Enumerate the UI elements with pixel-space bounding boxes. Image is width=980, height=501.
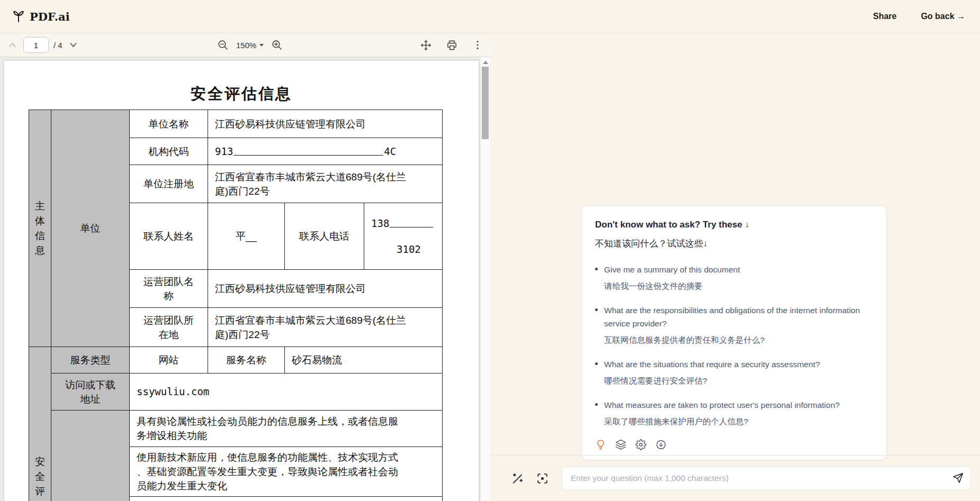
table-cell-service-type-value: 网站: [130, 347, 208, 374]
scrollbar-thumb[interactable]: [482, 67, 489, 139]
bullet-icon: [595, 308, 598, 311]
message-action-icons: [595, 439, 873, 450]
more-options-button[interactable]: [471, 38, 484, 52]
lightbulb-button[interactable]: [595, 439, 606, 450]
assessment-table: 主体信息 单位 单位名称 江西砂易科技供应链管理有限公司 机构代码 9134C …: [29, 110, 443, 501]
table-group-subject-info: 主体信息: [29, 110, 51, 347]
table-cell-service-name-label: 服务名称: [208, 347, 285, 374]
viewer-scrollbar[interactable]: [480, 57, 490, 501]
page-dropdown-chevron-icon[interactable]: [67, 40, 79, 50]
page-number-input[interactable]: [23, 37, 49, 53]
pdf-viewer-panel: / 4 150%: [0, 33, 490, 501]
zoom-level-dropdown[interactable]: 150%: [236, 41, 264, 50]
top-header: PDF.ai Share Go back →: [0, 0, 980, 33]
page-total-label: / 4: [53, 41, 62, 50]
pdf-page: 安全评估信息 主体信息 单位 单位名称 江西砂易科技供应链管理有限公司 机构代码…: [4, 61, 479, 501]
zoom-caret-icon: [259, 44, 264, 47]
table-cell-ops-team-name-value: 江西砂易科技供应链管理有限公司: [208, 270, 443, 308]
question-input[interactable]: [562, 467, 970, 490]
table-cell-reg-address-label: 单位注册地: [130, 165, 208, 203]
table-cell-ops-team-loc-label: 运营团队所 在地: [130, 308, 208, 347]
table-cell-service-type-label: 服务类型: [51, 347, 130, 374]
table-cell-unit-header: 单位: [51, 110, 130, 347]
bullet-icon: [595, 403, 598, 406]
table-group-security-assessment: 安全评估: [29, 347, 51, 501]
send-button[interactable]: [952, 472, 964, 484]
table-cell-access-url-value: ssywuliu.com: [130, 374, 443, 411]
suggestion-item[interactable]: What measures are taken to protect user'…: [595, 398, 873, 427]
bullet-icon: [595, 362, 598, 365]
table-cell-ops-team-loc-value: 江西省宜春市丰城市紫云大道689号(名仕兰 庭)西门22号: [208, 308, 443, 347]
table-cell-contact-phone-value: 138 3102: [364, 203, 443, 270]
table-cell-service-name-value: 砂石易物流: [285, 347, 443, 374]
table-cell-contact-phone-label: 联系人电话: [285, 203, 364, 270]
table-cell-org-code-label: 机构代码: [130, 138, 208, 165]
brand-name: PDF.ai: [30, 10, 70, 23]
suggestion-text-zh[interactable]: 哪些情况需要进行安全评估?: [604, 375, 820, 387]
zoom-level-value: 150%: [236, 41, 256, 50]
table-cell-situation-2: 使用新技术新应用，使信息服务的功能属性、技术实现方式 、基础资源配置等发生重大变…: [130, 447, 443, 497]
magic-wand-button[interactable]: [511, 472, 524, 485]
focus-scan-button[interactable]: [536, 472, 549, 485]
suggestions-heading-zh: 不知道该问什么？试试这些↓: [595, 238, 873, 250]
zoom-in-button[interactable]: [270, 38, 284, 52]
scroll-up-arrow-icon[interactable]: [483, 61, 488, 64]
redaction-line: [390, 220, 433, 227]
table-cell-unit-name-value: 江西砂易科技供应链管理有限公司: [208, 110, 443, 138]
table-cell-reg-address-value: 江西省宜春市丰城市紫云大道689号(名仕兰 庭)西门22号: [208, 165, 443, 203]
table-cell-contact-name-label: 联系人姓名: [130, 203, 208, 270]
gear-button[interactable]: [635, 439, 646, 450]
suggestion-text-zh[interactable]: 采取了哪些措施来保护用户的个人信息?: [604, 416, 840, 427]
pdf-toolbar: / 4 150%: [0, 33, 490, 57]
table-cell-access-url-label: 访问或下载 地址: [51, 374, 130, 411]
brand-logo[interactable]: PDF.ai: [12, 10, 70, 23]
pdf-canvas-area: 安全评估信息 主体信息 单位 单位名称 江西砂易科技供应链管理有限公司 机构代码…: [0, 57, 490, 501]
suggestion-text-en[interactable]: What are the situations that require a s…: [604, 358, 820, 371]
chat-panel: Don't know what to ask? Try these ↓ 不知道该…: [490, 33, 980, 501]
document-title: 安全评估信息: [35, 82, 448, 105]
print-button[interactable]: [445, 38, 459, 52]
suggestion-text-en[interactable]: What measures are taken to protect user'…: [604, 398, 840, 412]
table-cell-situation-1: 具有舆论属性或社会动员能力的信息服务上线，或者信息服 务增设相关功能: [130, 411, 443, 447]
table-cell-assessment-situations-label: 开展安全评 估的情况: [51, 411, 130, 501]
share-link[interactable]: Share: [873, 12, 896, 21]
table-cell-ops-team-name-label: 运营团队名 称: [130, 270, 208, 308]
question-input-bar: [490, 455, 980, 501]
table-cell-unit-name-label: 单位名称: [130, 110, 208, 138]
zoom-out-button[interactable]: [216, 38, 230, 52]
layers-button[interactable]: [615, 439, 626, 450]
pan-tool-button[interactable]: [419, 38, 433, 52]
redaction-line: [233, 148, 383, 156]
suggestion-item[interactable]: What are the responsibilities and obliga…: [595, 304, 873, 346]
sprout-icon: [12, 10, 25, 23]
table-cell-org-code-value: 9134C: [208, 138, 443, 165]
suggestions-card: Don't know what to ask? Try these ↓ 不知道该…: [581, 205, 887, 460]
bullet-icon: [595, 268, 598, 270]
suggestion-item[interactable]: What are the situations that require a s…: [595, 358, 873, 387]
download-button[interactable]: [655, 439, 667, 450]
suggestion-text-en[interactable]: Give me a summary of this document: [604, 263, 740, 276]
go-back-link[interactable]: Go back →: [921, 12, 965, 21]
suggestion-item[interactable]: Give me a summary of this document 请给我一份…: [595, 263, 873, 292]
suggestion-text-zh[interactable]: 请给我一份这份文件的摘要: [604, 280, 740, 292]
page-up-button[interactable]: [6, 40, 19, 50]
suggestion-text-zh[interactable]: 互联网信息服务提供者的责任和义务是什么?: [604, 334, 873, 346]
table-cell-situation-3: 用户规模显著增加，导致信息服务的舆论属性或者社会动员 能力发生重大变化的: [130, 497, 443, 501]
suggestions-heading-en: Don't know what to ask? Try these ↓: [595, 218, 873, 231]
table-cell-contact-name-value: 平__: [208, 203, 285, 270]
suggestions-list: Give me a summary of this document 请给我一份…: [595, 263, 873, 427]
suggestion-text-en[interactable]: What are the responsibilities and obliga…: [604, 304, 873, 330]
